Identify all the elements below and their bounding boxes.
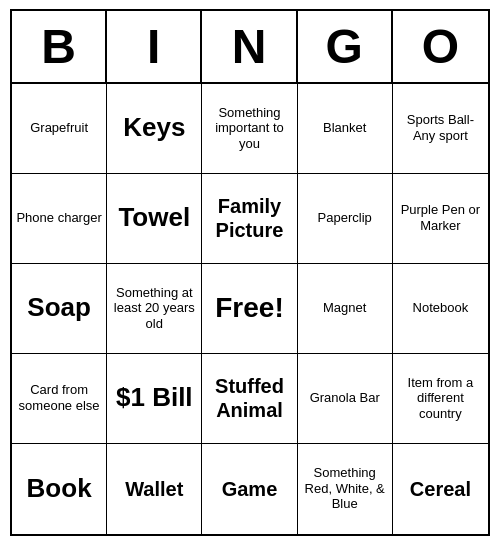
bingo-card: BINGO GrapefruitKeysSomething important … [10, 9, 490, 536]
bingo-cell: Family Picture [202, 174, 297, 264]
header-letter: B [12, 11, 107, 82]
bingo-header: BINGO [12, 11, 488, 84]
bingo-cell: Something important to you [202, 84, 297, 174]
bingo-cell: Game [202, 444, 297, 534]
bingo-cell: Sports Ball-Any sport [393, 84, 488, 174]
bingo-cell: Granola Bar [298, 354, 393, 444]
bingo-cell: Magnet [298, 264, 393, 354]
bingo-cell: Phone charger [12, 174, 107, 264]
bingo-cell: Grapefruit [12, 84, 107, 174]
bingo-cell: Book [12, 444, 107, 534]
header-letter: G [298, 11, 393, 82]
bingo-cell: Soap [12, 264, 107, 354]
bingo-cell: Keys [107, 84, 202, 174]
header-letter: O [393, 11, 488, 82]
bingo-cell: $1 Bill [107, 354, 202, 444]
bingo-cell: Card from someone else [12, 354, 107, 444]
header-letter: I [107, 11, 202, 82]
bingo-cell: Something at least 20 years old [107, 264, 202, 354]
bingo-cell: Notebook [393, 264, 488, 354]
bingo-cell: Paperclip [298, 174, 393, 264]
bingo-cell: Free! [202, 264, 297, 354]
header-letter: N [202, 11, 297, 82]
bingo-cell: Stuffed Animal [202, 354, 297, 444]
bingo-cell: Item from a different country [393, 354, 488, 444]
bingo-cell: Something Red, White, & Blue [298, 444, 393, 534]
bingo-cell: Blanket [298, 84, 393, 174]
bingo-cell: Wallet [107, 444, 202, 534]
bingo-grid: GrapefruitKeysSomething important to you… [12, 84, 488, 534]
bingo-cell: Cereal [393, 444, 488, 534]
bingo-cell: Towel [107, 174, 202, 264]
bingo-cell: Purple Pen or Marker [393, 174, 488, 264]
